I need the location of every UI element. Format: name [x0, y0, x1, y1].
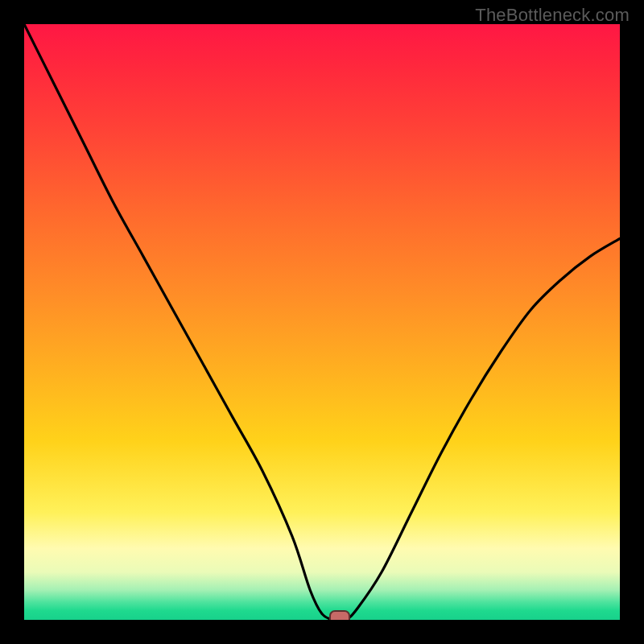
watermark-text: TheBottleneck.com	[475, 5, 630, 26]
optimal-point-marker	[329, 610, 350, 620]
bottleneck-curve	[24, 24, 620, 620]
plot-area	[24, 24, 620, 620]
chart-frame: TheBottleneck.com	[0, 0, 644, 644]
